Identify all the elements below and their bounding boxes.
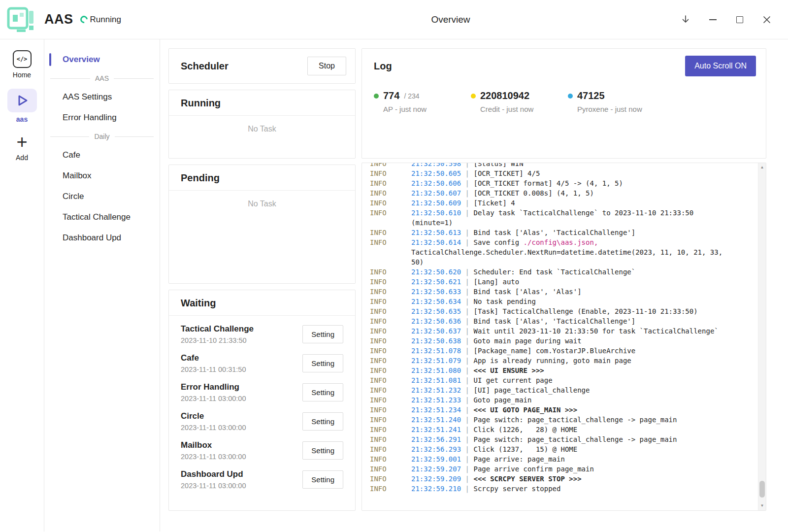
nav-item-mailbox[interactable]: Mailbox — [44, 166, 160, 186]
waiting-task-next-run: 2023-11-11 03:00:00 — [181, 482, 246, 490]
setting-button[interactable]: Setting — [302, 325, 343, 343]
waiting-task-name: Mailbox — [181, 440, 246, 450]
pending-title: Pending — [181, 172, 343, 184]
log-scrollbar[interactable]: ▲ ▼ — [758, 163, 766, 510]
auto-scroll-button[interactable]: Auto Scroll ON — [685, 56, 756, 76]
nav-item-dashboard-upd[interactable]: Dashboard Upd — [44, 228, 160, 248]
setting-button[interactable]: Setting — [302, 383, 343, 401]
log-level: INFO — [370, 454, 411, 464]
log-level: INFO — [370, 163, 411, 168]
rail-item-add[interactable]: + Add — [13, 133, 32, 162]
nav-item-cafe[interactable]: Cafe — [44, 145, 160, 166]
rail-item-home[interactable]: </> Home — [13, 50, 32, 79]
minimize-icon[interactable] — [706, 13, 719, 26]
log-timestamp: 21:32:50.620 — [411, 268, 461, 276]
log-level: INFO — [370, 434, 411, 444]
maximize-icon[interactable] — [733, 13, 746, 26]
waiting-task-row: Tactical Challenge2023-11-10 21:33:50Set… — [169, 320, 355, 349]
setting-button[interactable]: Setting — [302, 441, 343, 460]
close-icon[interactable] — [760, 13, 773, 26]
log-entry: INFO21:32:51.241 | Click (1226, 28) @ HO… — [370, 425, 735, 434]
setting-button[interactable]: Setting — [302, 412, 343, 431]
log-level: INFO — [370, 287, 411, 297]
log-level: INFO — [370, 267, 411, 277]
log-entry: INFO21:32:51.079 | App is already runnin… — [370, 356, 735, 366]
log-entry: INFO21:32:56.291 | Page switch: page_tac… — [370, 434, 735, 444]
pending-empty-text: No Task — [169, 191, 355, 208]
stat-dot — [471, 94, 476, 99]
pending-card: Pending No Task — [168, 165, 356, 284]
log-entry: INFO21:32:50.637 | Wait until 2023-11-10… — [370, 326, 735, 336]
log-level: INFO — [370, 366, 411, 375]
log-entry: INFO21:32:51.240 | Page switch: page_tac… — [370, 415, 735, 425]
log-scroll-area: INFO21:32:50.598 | [Status] WININFO21:32… — [362, 163, 758, 510]
log-stat: 220810942Credit - just now — [471, 90, 568, 113]
stat-label: Credit - just now — [480, 105, 568, 113]
rail-label-home: Home — [13, 71, 31, 79]
log-message: Page arrive: page_main — [473, 455, 564, 463]
waiting-task-next-run: 2023-11-11 00:31:50 — [181, 366, 246, 373]
rail-label-aas: aas — [16, 115, 28, 123]
log-entry: INFO21:32:56.293 | Click (1237, 15) @ HO… — [370, 444, 735, 454]
setting-button[interactable]: Setting — [302, 470, 343, 489]
log-entry: INFO21:32:59.207 | Page arrive confirm p… — [370, 464, 735, 474]
running-spinner-icon — [78, 14, 89, 25]
download-update-icon[interactable] — [679, 13, 692, 26]
window-controls — [679, 0, 773, 39]
nav-section-label: AAS — [95, 74, 109, 82]
nav-item-aas-settings[interactable]: AAS Settings — [44, 87, 160, 107]
log-panel: INFO21:32:50.598 | [Status] WININFO21:32… — [361, 163, 766, 511]
log-timestamp: 21:32:50.605 — [411, 169, 461, 177]
app-logo — [6, 5, 37, 34]
log-level: INFO — [370, 464, 411, 474]
nav-item-tactical-challenge[interactable]: Tactical Challenge — [44, 207, 160, 228]
log-message: [Status] WIN — [473, 163, 523, 167]
nav-item-overview[interactable]: Overview — [44, 49, 160, 70]
scroll-down-icon[interactable]: ▼ — [760, 503, 764, 509]
log-message: <<< SCRCPY SERVER STOP >>> — [473, 475, 581, 483]
log-title: Log — [374, 61, 392, 72]
log-level: INFO — [370, 237, 411, 247]
rail-item-aas[interactable]: aas — [7, 89, 37, 123]
scrollbar-thumb[interactable] — [759, 481, 765, 498]
waiting-card: Waiting Tactical Challenge2023-11-10 21:… — [168, 290, 356, 511]
log-message: [UI] page_tactical_challenge — [473, 386, 590, 394]
log-message: Click (1237, 15) @ HOME — [473, 445, 577, 453]
log-entry: INFO21:32:51.232 | [UI] page_tactical_ch… — [370, 385, 735, 395]
waiting-task-next-run: 2023-11-11 03:00:00 — [181, 395, 246, 402]
setting-button[interactable]: Setting — [302, 354, 343, 372]
log-timestamp: 21:32:51.240 — [411, 416, 461, 424]
nav-item-circle[interactable]: Circle — [44, 186, 160, 207]
log-timestamp: 21:32:59.209 — [411, 475, 461, 483]
stat-value: 47125 — [577, 90, 605, 101]
stat-dot — [568, 94, 573, 99]
log-entry: INFO21:32:51.233 | Goto page_main — [370, 395, 735, 405]
stat-value: 220810942 — [480, 90, 529, 101]
log-level: INFO — [370, 444, 411, 454]
waiting-task-name: Error Handling — [181, 382, 246, 392]
log-level: INFO — [370, 306, 411, 316]
waiting-task-next-run: 2023-11-11 03:00:00 — [181, 453, 246, 461]
nav-item-error-handling[interactable]: Error Handling — [44, 107, 160, 128]
log-level: INFO — [370, 188, 411, 198]
log-timestamp: 21:32:50.609 — [411, 199, 461, 207]
log-timestamp: 21:32:50.638 — [411, 337, 461, 345]
log-timestamp: 21:32:56.291 — [411, 435, 461, 443]
waiting-task-name: Cafe — [181, 353, 246, 363]
log-timestamp: 21:32:51.080 — [411, 366, 461, 374]
stop-button[interactable]: Stop — [307, 57, 346, 75]
log-level: INFO — [370, 198, 411, 208]
log-entry: INFO21:32:50.633 | Bind task ['Alas', 'A… — [370, 287, 735, 297]
log-level: INFO — [370, 168, 411, 178]
log-level: INFO — [370, 375, 411, 385]
scheduler-title: Scheduler — [181, 61, 229, 72]
scroll-up-icon[interactable]: ▲ — [760, 165, 764, 170]
log-level: INFO — [370, 336, 411, 346]
waiting-title: Waiting — [181, 298, 343, 309]
log-entry: INFO21:32:51.080 | <<< UI ENSURE >>> — [370, 366, 735, 375]
log-card: Log Auto Scroll ON 774/ 234AP - just now… — [361, 48, 766, 159]
log-entry: INFO21:32:59.001 | Page arrive: page_mai… — [370, 454, 735, 464]
waiting-card-header: Waiting — [169, 290, 355, 316]
waiting-task-row: Mailbox2023-11-11 03:00:00Setting — [169, 436, 355, 465]
log-message: [Task] TacticalChallenge (Enable, 2023-1… — [473, 307, 697, 315]
